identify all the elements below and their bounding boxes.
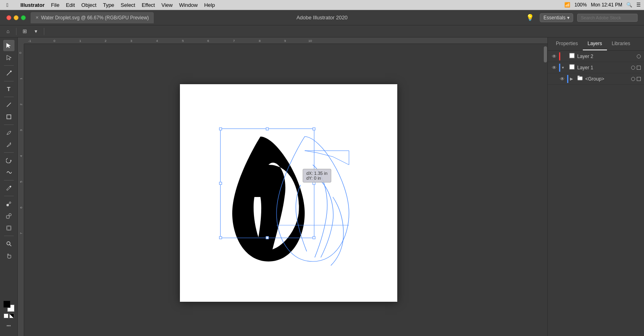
shape-builder-tool[interactable] bbox=[3, 210, 14, 222]
group1-circle[interactable] bbox=[631, 77, 635, 81]
svg-line-3 bbox=[7, 103, 11, 107]
menu-type[interactable]: Type bbox=[100, 0, 118, 10]
arrange-chevron[interactable]: ▾ bbox=[31, 27, 41, 36]
svg-rect-20 bbox=[570, 53, 574, 58]
scrollbar-thumb[interactable] bbox=[544, 46, 547, 62]
maximize-button[interactable] bbox=[21, 15, 26, 20]
menu-edit[interactable]: Edit bbox=[63, 0, 78, 10]
menu-help[interactable]: Help bbox=[201, 0, 218, 10]
search-icon[interactable]: 🔍 bbox=[626, 2, 632, 8]
direct-select-tool[interactable] bbox=[3, 52, 14, 63]
eyedropper-tool[interactable] bbox=[3, 183, 14, 194]
menu-bar-right: 📶 100% Mon 12:41 PM 🔍 ☰ bbox=[564, 2, 641, 8]
separator-1 bbox=[16, 28, 17, 35]
fill-stroke-swatches[interactable] bbox=[3, 301, 14, 312]
menu-illustrator[interactable]: Illustrator bbox=[17, 0, 48, 10]
tab-layers[interactable]: Layers bbox=[583, 37, 607, 50]
menu-view[interactable]: View bbox=[158, 0, 176, 10]
line-tool[interactable] bbox=[3, 99, 14, 110]
wifi-icon: 📶 bbox=[564, 2, 570, 8]
rect-tool[interactable] bbox=[3, 111, 14, 122]
notification-icon[interactable]: ☰ bbox=[636, 2, 641, 8]
layer-item-layer2[interactable]: 👁 Layer 2 bbox=[548, 51, 644, 62]
tab-properties[interactable]: Properties bbox=[551, 37, 583, 50]
menu-window[interactable]: Window bbox=[176, 0, 201, 10]
svg-rect-23 bbox=[578, 76, 580, 77]
menu-effect[interactable]: Effect bbox=[138, 0, 158, 10]
layer2-visibility-icon[interactable]: 👁 bbox=[551, 54, 557, 59]
svg-rect-21 bbox=[570, 64, 574, 69]
svg-marker-0 bbox=[6, 43, 11, 48]
svg-marker-6 bbox=[10, 160, 12, 161]
more-tools[interactable]: ••• bbox=[3, 320, 14, 331]
toolbar2: ⌂ ⊞ ▾ bbox=[0, 25, 644, 37]
hand-tool[interactable] bbox=[3, 250, 14, 261]
arrange-grid-button[interactable]: ⊞ bbox=[20, 27, 29, 36]
white-swatch[interactable] bbox=[4, 313, 8, 318]
tool-separator-7 bbox=[4, 196, 14, 196]
layer2-layer-icon bbox=[568, 53, 576, 60]
ruler-corner bbox=[18, 37, 24, 44]
menu-bar:  Illustrator File Edit Object Type Sele… bbox=[0, 0, 644, 10]
brush-tool[interactable] bbox=[3, 127, 14, 138]
svg-line-19 bbox=[10, 245, 11, 246]
tool-separator-6 bbox=[4, 180, 14, 180]
tab-libraries[interactable]: Libraries bbox=[607, 37, 635, 50]
layer2-name: Layer 2 bbox=[577, 54, 635, 59]
close-tab-icon[interactable]: ✕ bbox=[35, 15, 39, 20]
artboard[interactable]: dX: 1.35 in dY: 0 in bbox=[180, 84, 397, 302]
tab-title: Water Droplet.svg @ 66.67% (RGB/GPU Prev… bbox=[41, 15, 149, 21]
layer1-actions bbox=[631, 66, 641, 70]
fill-swatch[interactable] bbox=[3, 301, 10, 308]
lightbulb-button[interactable]: 💡 bbox=[524, 12, 536, 23]
workspace-selector[interactable]: Essentials ▾ bbox=[540, 13, 573, 22]
group1-visibility-icon[interactable]: 👁 bbox=[559, 76, 566, 82]
apple-menu[interactable]:  bbox=[3, 0, 12, 10]
close-button[interactable] bbox=[6, 15, 11, 20]
traffic-lights bbox=[6, 15, 26, 20]
pencil-tool[interactable] bbox=[3, 139, 14, 150]
menu-object[interactable]: Object bbox=[78, 0, 100, 10]
group1-color-bar bbox=[567, 75, 568, 83]
layer1-expand-icon[interactable]: ▾ bbox=[562, 65, 567, 70]
zoom-tool[interactable] bbox=[3, 238, 14, 249]
artboard-tool[interactable] bbox=[3, 222, 14, 234]
layer1-square[interactable] bbox=[637, 66, 641, 70]
clock: Mon 12:41 PM bbox=[591, 2, 622, 8]
swap-colors[interactable] bbox=[9, 313, 14, 318]
right-panel: Properties Layers Libraries 👁 Layer 2 bbox=[547, 37, 644, 336]
artwork bbox=[180, 84, 397, 302]
layers-list: 👁 Layer 2 👁 ▾ Layer 1 bbox=[548, 51, 644, 336]
blend-tool[interactable] bbox=[3, 198, 14, 209]
color-mode-swatches bbox=[4, 313, 14, 318]
layer-item-group1[interactable]: 👁 ▶ <Group> bbox=[548, 73, 644, 85]
toolbar-right: 💡 Essentials ▾ bbox=[524, 12, 638, 23]
tool-separator-4 bbox=[4, 124, 14, 125]
minimize-button[interactable] bbox=[14, 15, 19, 20]
pen-tool[interactable] bbox=[3, 68, 14, 79]
type-tool[interactable]: T bbox=[3, 83, 14, 95]
svg-line-10 bbox=[8, 203, 9, 204]
document-tab[interactable]: ✕ Water Droplet.svg @ 66.67% (RGB/GPU Pr… bbox=[31, 12, 154, 23]
menu-select[interactable]: Select bbox=[118, 0, 138, 10]
rotate-tool[interactable] bbox=[3, 155, 14, 166]
menu-file[interactable]: File bbox=[48, 0, 63, 10]
layer1-visibility-icon[interactable]: 👁 bbox=[551, 65, 557, 71]
canvas-area[interactable]: -1 0 1 2 3 4 5 6 7 8 9 10 0 1 2 3 4 bbox=[18, 37, 547, 336]
svg-point-18 bbox=[7, 242, 10, 245]
warp-tool[interactable] bbox=[3, 167, 14, 178]
group1-square[interactable] bbox=[637, 77, 641, 81]
layer1-circle[interactable] bbox=[631, 66, 635, 70]
color-swatches: ••• bbox=[3, 301, 14, 334]
app-title: Adobe Illustrator 2020 bbox=[296, 15, 347, 21]
select-tool[interactable] bbox=[3, 40, 14, 51]
search-stock-input[interactable] bbox=[577, 14, 638, 22]
group1-expand-icon[interactable]: ▶ bbox=[570, 77, 575, 81]
panel-tabs: Properties Layers Libraries bbox=[548, 37, 644, 51]
vertical-scrollbar[interactable] bbox=[543, 44, 547, 336]
home-button[interactable]: ⌂ bbox=[3, 27, 13, 36]
layer-item-layer1[interactable]: 👁 ▾ Layer 1 bbox=[548, 62, 644, 73]
group1-name: <Group> bbox=[585, 76, 630, 82]
svg-rect-13 bbox=[7, 226, 11, 230]
layer2-circle[interactable] bbox=[637, 54, 641, 58]
